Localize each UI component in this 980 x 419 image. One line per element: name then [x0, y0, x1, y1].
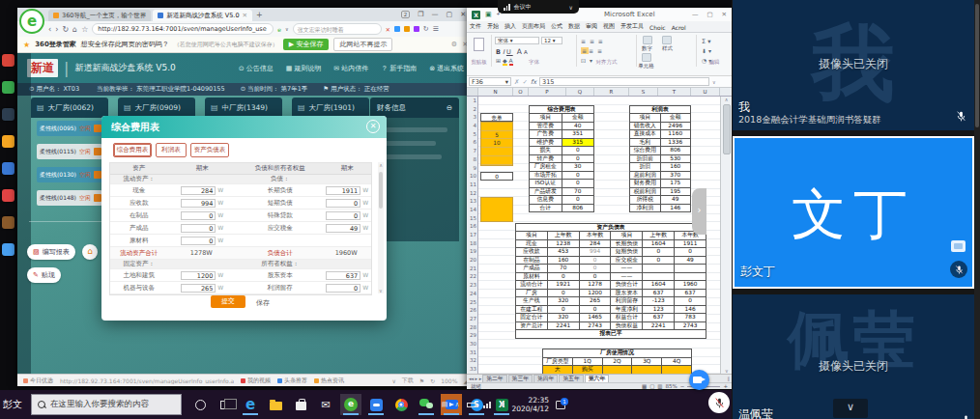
- sheet-tab[interactable]: 第二年: [482, 375, 506, 382]
- row-number[interactable]: 17: [467, 231, 477, 239]
- view-layout-icon[interactable]: ▢: [649, 383, 654, 389]
- spreadsheet-grid[interactable]: 竞单 510 计算 0 产线 货线 综合费用表 项目金额 管理费40广告费351…: [478, 97, 720, 374]
- row-number[interactable]: 32: [467, 356, 477, 365]
- table-row[interactable]: 管理费40: [530, 122, 594, 130]
- desktop-icon[interactable]: [2, 243, 14, 256]
- battery-icon[interactable]: [467, 403, 476, 407]
- excel-maximize-button[interactable]: ▢: [706, 11, 712, 18]
- production-line-item[interactable]: 柔性线(0148) 空闲: [37, 190, 102, 206]
- modal-tab-profit[interactable]: 利润表: [156, 143, 187, 157]
- zoom-level[interactable]: 100%: [441, 377, 457, 384]
- styles-button[interactable]: 样式: [658, 35, 677, 52]
- row-number[interactable]: 31: [467, 349, 477, 357]
- value-input[interactable]: 0: [326, 211, 360, 220]
- value-input[interactable]: 994: [181, 199, 216, 208]
- factory-tab[interactable]: ▤ 大厂房(1901): [292, 98, 369, 118]
- modal-scrollbar[interactable]: ∧ ∨: [378, 162, 384, 293]
- nav-item[interactable]: ？ 新手指南: [381, 64, 417, 73]
- taskbar-store-button[interactable]: [290, 394, 311, 415]
- network-icon[interactable]: [483, 402, 491, 408]
- write-report-button[interactable]: ▨ 编写报表: [27, 244, 75, 260]
- status-link[interactable]: 头条推荐: [277, 377, 307, 385]
- excel-vertical-scrollbar[interactable]: ∧ ∨: [720, 97, 732, 374]
- value-input[interactable]: 1911: [326, 186, 360, 195]
- chevron-down-icon[interactable]: ∨: [285, 26, 289, 32]
- value-input[interactable]: 0: [326, 199, 360, 208]
- cell[interactable]: 10: [481, 139, 512, 148]
- status-link[interactable]: 热点资讯: [314, 377, 344, 385]
- scroll-thumb[interactable]: [975, 4, 979, 127]
- row-number[interactable]: 19: [467, 247, 477, 256]
- excel-minimize-button[interactable]: —: [692, 11, 699, 18]
- row-number[interactable]: 25: [467, 298, 477, 307]
- taskbar-cortana-button[interactable]: [189, 394, 211, 415]
- row-number[interactable]: 14: [467, 206, 477, 214]
- table-row[interactable]: 现金1238284长期负债16041911: [516, 239, 706, 248]
- table-row[interactable]: 固定合计3201465权益合计637783: [516, 314, 706, 322]
- dismiss-button[interactable]: 此网站不再提示: [333, 38, 392, 51]
- row-number[interactable]: 13: [467, 197, 477, 206]
- taskbar-wechat-button[interactable]: [416, 394, 437, 415]
- taskbar-mail-button[interactable]: ✉: [315, 394, 336, 415]
- modal-tab-balance[interactable]: 资产负债表: [190, 143, 229, 157]
- browser-tab-home[interactable]: 360导航_一个主页，输个世界: [48, 10, 151, 21]
- cell-calc-value[interactable]: 0: [480, 172, 513, 181]
- meeting-scrollbar[interactable]: [974, 0, 980, 419]
- table-row[interactable]: 所得税49: [630, 196, 691, 205]
- row-number[interactable]: 30: [467, 340, 477, 349]
- table-row[interactable]: ISO认证0: [530, 180, 594, 188]
- nav-item[interactable]: ▦ 规则说明: [286, 64, 322, 73]
- cell-calc-label[interactable]: 计算: [478, 164, 479, 171]
- table-row[interactable]: 产成品700——: [516, 265, 706, 273]
- row-number[interactable]: 9: [467, 164, 477, 173]
- table-row[interactable]: 广告费351: [530, 130, 594, 139]
- expense-summary-table[interactable]: 综合费用表 项目金额 管理费40广告费351维护费315损失0转产费0厂房租金3…: [529, 105, 594, 213]
- extension-icon[interactable]: e: [277, 26, 281, 33]
- forward-icon[interactable]: ›: [55, 25, 58, 34]
- tab-close-icon[interactable]: ✕: [243, 12, 247, 19]
- floating-mic-muted-button[interactable]: [708, 392, 730, 413]
- browser-layout-icon[interactable]: ❐: [418, 11, 423, 18]
- finance-info-panel-header[interactable]: 财务信息 ⊖: [370, 98, 459, 118]
- discount-button[interactable]: ✎ 贴现: [27, 267, 61, 283]
- new-tab-button[interactable]: +: [256, 11, 263, 19]
- ribbon-tab[interactable]: Choic: [647, 23, 669, 32]
- save-button[interactable]: 保存: [256, 298, 270, 308]
- table-row[interactable]: 市场开拓0: [530, 171, 594, 180]
- ribbon-tab[interactable]: 开发工具: [618, 21, 647, 32]
- toolbar-extension-icon[interactable]: [404, 26, 410, 32]
- refresh-icon[interactable]: ↻: [430, 377, 435, 384]
- production-line-item[interactable]: 柔性线(0130) 空闲: [37, 167, 102, 182]
- formula-input[interactable]: 315: [539, 77, 709, 86]
- ribbon-tab[interactable]: 页面布局: [519, 21, 548, 32]
- gear-icon[interactable]: ⚙: [451, 41, 457, 48]
- scroll-up-icon[interactable]: ∧: [725, 97, 729, 102]
- value-input[interactable]: 0: [181, 224, 216, 233]
- table-row[interactable]: 信息费0: [530, 196, 594, 205]
- video-tile-self[interactable]: 我 摄像头已关闭 我 2018金融会计学基础周润书答疑群: [733, 0, 974, 130]
- back-icon[interactable]: ‹: [48, 25, 51, 34]
- table-row[interactable]: 折旧前530: [630, 154, 691, 163]
- zoom-out-icon[interactable]: −: [680, 383, 685, 389]
- row-number[interactable]: 21: [467, 265, 477, 273]
- status-home-link[interactable]: 今日优选: [23, 377, 53, 385]
- save-icon[interactable]: ▣: [485, 11, 492, 18]
- table-row[interactable]: 流动合计19211278负债合计16041960: [516, 281, 706, 290]
- modal-tab-expense[interactable]: 综合费用表: [113, 143, 152, 157]
- table-row[interactable]: 应收款453994短期负债00: [516, 248, 706, 257]
- ribbon-tab[interactable]: 公式: [548, 21, 565, 32]
- tab-count-badge[interactable]: 2: [401, 11, 411, 18]
- production-line-item[interactable]: 柔性线(0095) 空闲: [37, 121, 102, 136]
- value-input[interactable]: 284: [181, 186, 216, 195]
- cell[interactable]: [481, 148, 512, 156]
- toolbar-extension-icon[interactable]: [394, 26, 400, 32]
- table-row[interactable]: 转产费0: [530, 154, 594, 163]
- nav-item[interactable]: ⊙ 公告信息: [239, 64, 274, 73]
- align-top-buttons[interactable]: ≡ ≡ ≡: [581, 38, 604, 44]
- fx-icon[interactable]: fx: [531, 78, 536, 86]
- status-link[interactable]: 我的视频: [241, 377, 271, 385]
- cell[interactable]: 5: [481, 131, 512, 140]
- refresh-icon[interactable]: ↻: [62, 25, 69, 34]
- taskbar-360browser-button[interactable]: e: [340, 394, 361, 415]
- value-input[interactable]: 0: [181, 237, 216, 245]
